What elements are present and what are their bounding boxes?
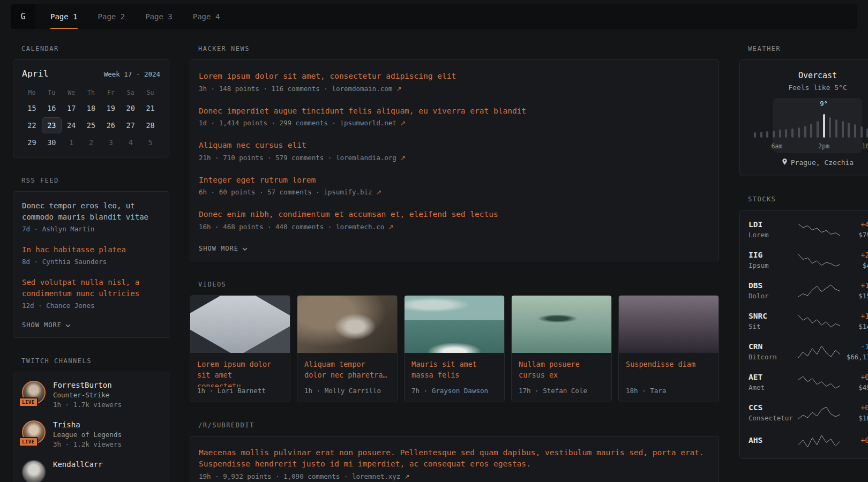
rss-widget: RSS FEED Donec tempor eros leo, ut commo… bbox=[13, 177, 169, 338]
stock-values: +0.46% bbox=[841, 436, 868, 447]
rss-item-meta: 7d · Ashlyn Martin bbox=[22, 224, 160, 235]
hn-item-source: ipsumify.biz bbox=[324, 188, 372, 196]
weather-bar bbox=[810, 124, 812, 138]
hn-item-link[interactable]: Donec enim nibh, condimentum et accumsan… bbox=[199, 209, 710, 221]
tab-page-1[interactable]: Page 1 bbox=[50, 4, 78, 29]
stock-row[interactable]: AET Amet +0.92% $499.72 bbox=[749, 367, 868, 397]
hn-item-meta-text: 6h · 60 points · 57 comments · bbox=[199, 188, 324, 196]
hn-item-link[interactable]: Aliquam nec cursus elit bbox=[199, 140, 710, 152]
calendar-card: April Week 17 · 2024 Mo Tu We Th Fr Sa S… bbox=[13, 59, 169, 157]
rss-item-link[interactable]: Sed volutpat nulla nisl, a condimentum n… bbox=[22, 277, 160, 299]
twitch-avatar-wrap bbox=[22, 460, 46, 482]
hn-item: Aliquam nec cursus elit 21h · 710 points… bbox=[199, 140, 710, 163]
stock-change: +1.42% bbox=[841, 281, 868, 290]
app-logo[interactable]: G bbox=[11, 4, 35, 29]
hn-item-source-link[interactable]: loremlandia.org ↗ bbox=[336, 154, 406, 162]
hn-item-source-link[interactable]: loremtech.co ↗ bbox=[336, 223, 394, 231]
hn-item-source-link[interactable]: loremdomain.com ↗ bbox=[332, 85, 401, 93]
hn-item-link[interactable]: Lorem ipsum dolor sit amet, consectetur … bbox=[199, 71, 710, 82]
calendar-day: 19 bbox=[101, 100, 121, 116]
calendar-day: 30 bbox=[42, 134, 62, 150]
calendar-weekday: Fr bbox=[101, 86, 121, 99]
tab-page-4[interactable]: Page 4 bbox=[193, 4, 220, 29]
calendar-header: April Week 17 · 2024 bbox=[22, 69, 160, 79]
subreddit-item-link[interactable]: Maecenas mollis pulvinar erat non posuer… bbox=[199, 447, 710, 471]
subreddit-item-source-link[interactable]: loremnet.xyz ↗ bbox=[352, 472, 410, 480]
twitch-avatar-wrap: LIVE bbox=[22, 420, 46, 444]
calendar-day: 29 bbox=[22, 134, 42, 150]
stock-row[interactable]: CCS Consectetur +0.51% $165.84 bbox=[749, 397, 868, 428]
video-card[interactable]: Lorem ipsum dolor sit amet consectetu… 1… bbox=[190, 295, 290, 402]
weather-location: Prague, Czechia bbox=[749, 158, 868, 167]
chevron-down-icon bbox=[65, 321, 71, 329]
calendar-day: 26 bbox=[101, 117, 121, 133]
external-link-icon: ↗ bbox=[405, 473, 410, 480]
stock-name: Sit bbox=[749, 322, 798, 330]
hn-item-source: loremtech.co bbox=[336, 223, 384, 231]
hn-item-meta-text: 16h · 468 points · 440 comments · bbox=[199, 223, 336, 231]
stock-sparkline bbox=[798, 375, 840, 390]
stock-info: CCS Consectetur bbox=[749, 403, 798, 422]
twitch-channel-row[interactable]: KendallCarr bbox=[22, 460, 160, 482]
rss-item-link[interactable]: Donec tempor eros leo, ut commodo mauris… bbox=[22, 200, 160, 223]
hn-item-source-link[interactable]: ipsumworld.net ↗ bbox=[340, 119, 406, 127]
video-card[interactable]: Mauris sit amet massa felis 7h · Grayson… bbox=[404, 295, 505, 402]
live-badge: LIVE bbox=[19, 397, 38, 407]
twitch-channel-row[interactable]: LIVE ForrestBurton Counter-Strike 1h · 1… bbox=[22, 381, 160, 409]
rss-card: Donec tempor eros leo, ut commodo mauris… bbox=[13, 191, 169, 338]
hn-item: Donec imperdiet augue tincidunt felis al… bbox=[199, 106, 710, 129]
rss-show-more-button[interactable]: SHOW MORE bbox=[22, 321, 71, 329]
hn-item-link[interactable]: Integer eget rutrum lorem bbox=[199, 175, 710, 186]
calendar-day-selected: 23 bbox=[42, 117, 62, 133]
twitch-channel-info: ForrestBurton Counter-Strike 1h · 1.7k v… bbox=[53, 381, 122, 409]
stock-sparkline bbox=[798, 222, 840, 237]
stock-name: Consectetur bbox=[749, 414, 798, 422]
hn-item: Lorem ipsum dolor sit amet, consectetur … bbox=[199, 71, 710, 94]
stock-change: +0.51% bbox=[841, 403, 868, 412]
rss-item-link[interactable]: In hac habitasse platea bbox=[22, 244, 160, 255]
stock-row[interactable]: CRN Bitcorn -1.00% $66,171.48 bbox=[749, 336, 868, 367]
rss-item: Sed volutpat nulla nisl, a condimentum n… bbox=[22, 277, 160, 311]
hn-item-link[interactable]: Donec imperdiet augue tincidunt felis al… bbox=[199, 106, 710, 117]
stock-change: -1.00% bbox=[841, 342, 868, 351]
video-meta: 17h · Stefan Cole bbox=[512, 387, 611, 402]
stock-row[interactable]: SNRC Sit +1.36% $148.64 bbox=[749, 306, 868, 336]
weather-peak-temp: 9° bbox=[820, 100, 827, 108]
video-card[interactable]: Suspendisse diam 18h · Tara bbox=[618, 295, 719, 402]
external-link-icon: ↗ bbox=[388, 223, 394, 231]
weather-bar bbox=[842, 121, 844, 138]
weather-bar bbox=[854, 124, 856, 138]
calendar-day-next-month: 4 bbox=[121, 134, 140, 150]
weather-bar bbox=[791, 129, 794, 138]
hn-item: Integer eget rutrum lorem 6h · 60 points… bbox=[199, 175, 710, 198]
video-card[interactable]: Nullam posuere cursus ex 17h · Stefan Co… bbox=[511, 295, 612, 402]
calendar-day-next-month: 5 bbox=[140, 134, 160, 150]
tab-page-2[interactable]: Page 2 bbox=[98, 4, 125, 29]
stock-price: $156.28 bbox=[841, 292, 868, 300]
stock-values: +0.51% $165.84 bbox=[841, 403, 868, 422]
weather-card: Overcast Feels like 5°C 9° 6am 2pm 10pm … bbox=[739, 59, 868, 176]
rss-item: Donec tempor eros leo, ut commodo mauris… bbox=[22, 200, 160, 235]
stock-symbol: DBS bbox=[749, 281, 798, 290]
stock-row[interactable]: IIG Ipsum +2.84% $42.04 bbox=[749, 245, 868, 275]
tab-page-3[interactable]: Page 3 bbox=[145, 4, 173, 29]
stock-row[interactable]: AHS +0.46% bbox=[749, 428, 868, 455]
calendar-day: 20 bbox=[121, 100, 140, 116]
twitch-channel-row[interactable]: LIVE Trisha League of Legends 3h · 1.2k … bbox=[22, 420, 160, 448]
subreddit-card: Maecenas mollis pulvinar erat non posuer… bbox=[190, 436, 719, 482]
stock-name: Dolor bbox=[749, 292, 798, 300]
video-thumbnail bbox=[619, 296, 719, 353]
hn-item-source-link[interactable]: ipsumify.biz ↗ bbox=[324, 188, 381, 196]
stock-values: +1.42% $156.28 bbox=[841, 281, 868, 300]
twitch-channel-meta: 3h · 1.2k viewers bbox=[53, 440, 122, 448]
hn-item-meta: 1d · 1,414 points · 299 comments · ipsum… bbox=[199, 118, 710, 129]
video-card[interactable]: Aliquam tempor dolor nec pharetra… 1h · … bbox=[297, 295, 398, 402]
left-column: CALENDAR April Week 17 · 2024 Mo Tu We T… bbox=[13, 45, 169, 482]
hn-item-meta: 21h · 710 points · 579 comments · loreml… bbox=[199, 153, 710, 163]
rss-section-title: RSS FEED bbox=[21, 177, 169, 184]
calendar-weekday: Sa bbox=[121, 86, 140, 99]
stock-row[interactable]: LDI Lorem +4.35% $795.18 bbox=[749, 214, 868, 245]
hn-show-more-button[interactable]: SHOW MORE bbox=[199, 245, 248, 252]
calendar-grid: Mo Tu We Th Fr Sa Su 15 16 17 18 19 20 2… bbox=[22, 86, 160, 150]
stock-row[interactable]: DBS Dolor +1.42% $156.28 bbox=[749, 275, 868, 306]
